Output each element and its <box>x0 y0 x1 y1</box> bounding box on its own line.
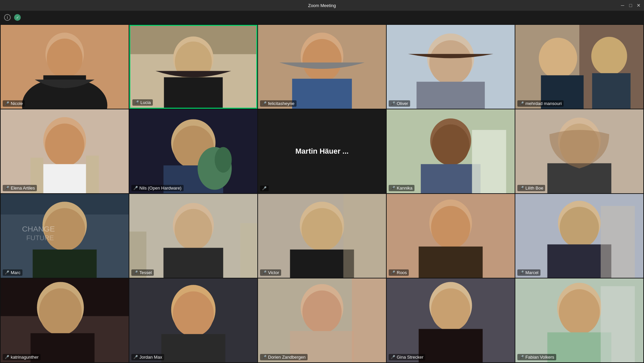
info-icon[interactable]: ℹ <box>4 14 11 21</box>
svg-point-84 <box>39 289 82 335</box>
mic-icon-martin: 🎤 <box>262 186 267 191</box>
svg-rect-25 <box>592 73 631 109</box>
svg-point-105 <box>559 289 600 334</box>
minimize-button[interactable]: ─ <box>620 3 625 8</box>
participant-nils[interactable]: 🎤 Nils (Open Hardware) <box>129 109 257 193</box>
svg-rect-30 <box>35 164 94 193</box>
svg-rect-43 <box>421 164 480 193</box>
name-text-lucia: Lucia <box>140 100 151 105</box>
name-label-jordan: 🎤 Jordan Max <box>131 354 164 360</box>
mic-icon-kannika: 🎤 <box>391 186 395 190</box>
name-label-lilith: 🎤 Lilith Boe <box>517 185 545 191</box>
participant-marcel[interactable]: 🎤 Marcel <box>515 194 643 278</box>
participant-oliver[interactable]: 🎤 Oliver <box>387 25 515 109</box>
svg-rect-10 <box>164 77 222 108</box>
svg-rect-19 <box>416 82 485 109</box>
name-label-kannika: 🎤 Kannika <box>389 185 414 191</box>
participant-martin[interactable]: Martin Häuer ... 🎤 <box>258 109 386 193</box>
window-controls[interactable]: ─ □ ✕ <box>620 3 641 8</box>
name-label-dorien: 🎤 Dorien Zandbergen <box>260 354 308 360</box>
participant-nicole[interactable]: 🎤 Nicole <box>1 25 129 109</box>
participant-jordan[interactable]: 🎤 Jordan Max <box>129 278 257 362</box>
name-text-victor: Victor <box>268 270 279 275</box>
mic-icon-victor: 🎤 <box>262 270 267 275</box>
name-text-tessel: Tessel <box>139 270 152 275</box>
participant-tessel[interactable]: 🎤 Tessel <box>129 194 257 278</box>
svg-point-67 <box>302 208 342 251</box>
mic-icon-nils: 🎤 <box>133 186 138 190</box>
svg-point-13 <box>302 39 341 82</box>
name-text-gina: Gina Strecker <box>397 355 423 360</box>
svg-point-2 <box>47 39 83 78</box>
name-label-martin: 🎤 <box>260 186 269 191</box>
name-label-oliver: 🎤 Oliver <box>389 100 410 107</box>
participant-dorien[interactable]: 🎤 Dorien Zandbergen <box>258 278 386 362</box>
participant-fabian[interactable]: 🎤 Fabian Volkers <box>515 278 643 362</box>
name-text-kannika: Kannika <box>397 186 412 191</box>
video-grid: 🎤 Nicole 🎤 Lucia 🎤 felicitasheyne <box>0 24 644 363</box>
name-text-marcel: Marcel <box>525 270 538 275</box>
name-text-oliver: Oliver <box>397 101 408 106</box>
svg-point-23 <box>591 37 627 75</box>
svg-rect-74 <box>419 247 483 278</box>
mic-icon-nicole: 🎤 <box>5 101 9 106</box>
name-text-felicitas: felicitasheyne <box>268 101 295 106</box>
maximize-button[interactable]: □ <box>628 3 633 8</box>
mic-icon-tessel: 🎤 <box>133 270 138 275</box>
security-icon[interactable]: ✓ <box>14 14 21 21</box>
mic-icon-gina: 🎤 <box>391 355 395 359</box>
svg-point-38 <box>215 147 232 172</box>
svg-rect-32 <box>86 156 99 193</box>
participant-roos[interactable]: 🎤 Roos <box>387 194 515 278</box>
participant-elena[interactable]: 🎤 Elena Artiles <box>1 109 129 193</box>
svg-rect-101 <box>419 329 483 362</box>
name-label-nicole: 🎤 Nicole <box>3 100 25 107</box>
mic-icon-katrina: 🎤 <box>5 355 9 359</box>
martin-name: Martin Häuer ... <box>296 147 349 156</box>
mic-icon-roos: 🎤 <box>391 270 395 275</box>
name-label-felicitas: 🎤 felicitasheyne <box>260 100 297 107</box>
mic-icon-marc: 🎤 <box>5 270 9 275</box>
svg-text:FUTURE: FUTURE <box>26 234 54 242</box>
mic-icon-lilith: 🎤 <box>519 186 524 190</box>
name-text-katrina: katrinagunther <box>11 355 39 360</box>
close-button[interactable]: ✕ <box>636 3 641 8</box>
svg-rect-61 <box>164 248 223 278</box>
svg-rect-63 <box>240 223 257 278</box>
mic-icon-oliver: 🎤 <box>391 101 395 106</box>
participant-lilith[interactable]: 🎤 Lilith Boe <box>515 109 643 193</box>
participant-felicitas[interactable]: 🎤 felicitasheyne <box>258 25 386 109</box>
name-label-nils: 🎤 Nils (Open Hardware) <box>131 185 184 191</box>
name-label-tessel: 🎤 Tessel <box>131 269 154 276</box>
name-text-fabian: Fabian Volkers <box>525 355 554 360</box>
svg-point-89 <box>173 291 214 336</box>
status-bar: ℹ ✓ <box>0 11 644 24</box>
name-label-mehrdad: 🎤 mehrdad mansouri <box>517 100 564 107</box>
svg-rect-90 <box>162 334 226 362</box>
participant-lucia[interactable]: 🎤 Lucia <box>129 25 257 109</box>
name-text-nils: Nils (Open Hardware) <box>139 186 182 191</box>
mic-icon-marcel: 🎤 <box>519 270 524 275</box>
participant-kannika[interactable]: 🎤 Kannika <box>387 109 515 193</box>
name-text-jordan: Jordan Max <box>139 355 162 360</box>
name-label-victor: 🎤 Victor <box>260 269 281 276</box>
svg-rect-14 <box>292 79 352 109</box>
window-title: Zoom Meeting <box>308 3 336 8</box>
name-label-marc: 🎤 Marc <box>3 269 22 276</box>
name-label-katrina: 🎤 katrinagunther <box>3 354 41 360</box>
name-label-elena: 🎤 Elena Artiles <box>3 185 37 191</box>
svg-point-100 <box>431 289 470 331</box>
svg-point-29 <box>45 123 84 166</box>
svg-point-78 <box>560 207 599 248</box>
svg-point-42 <box>432 124 469 165</box>
participant-mehrdad[interactable]: 🎤 mehrdad mansouri <box>515 25 643 109</box>
name-label-marcel: 🎤 Marcel <box>517 269 540 276</box>
mic-icon-elena: 🎤 <box>5 186 9 190</box>
mic-icon-dorien: 🎤 <box>262 355 267 359</box>
participant-marc[interactable]: CHANGE FUTURE 🎤 Marc <box>1 194 129 278</box>
participant-katrina[interactable]: 🎤 katrinagunther <box>1 278 129 362</box>
participant-gina[interactable]: 🎤 Gina Strecker <box>387 278 515 362</box>
name-text-elena: Elena Artiles <box>11 186 35 191</box>
name-text-mehrdad: mehrdad mansouri <box>525 101 562 106</box>
participant-victor[interactable]: 🎤 Victor <box>258 194 386 278</box>
